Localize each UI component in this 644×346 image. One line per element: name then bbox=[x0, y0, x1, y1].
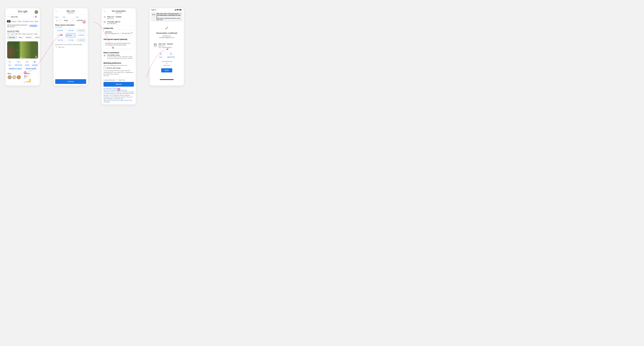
time-slot[interactable]: 7:15 PM bbox=[66, 38, 76, 42]
choose-label: Please choose a time below: bbox=[54, 24, 88, 26]
contact-section: Contact Info John Doe johndoe12@gmail.co… bbox=[102, 26, 136, 37]
contact-box[interactable]: John Doe johndoe12@gmail.com + 1 458-849… bbox=[104, 30, 134, 35]
page-title: Olio e Più bbox=[54, 10, 88, 12]
tab-maps[interactable]: Maps bbox=[35, 20, 38, 22]
time-slot[interactable]: 7:00 PM bbox=[55, 38, 65, 42]
expand-icon[interactable] bbox=[35, 56, 37, 58]
status-time: 5:27 bbox=[152, 9, 156, 11]
continue-button[interactable]: Continue bbox=[55, 79, 86, 84]
phone-time-picker: ← Olio e Più Restaurant Party 2▼ Date To… bbox=[54, 8, 88, 85]
action-row: CALL DIRECTIONS SHARE WEBSITE bbox=[6, 58, 40, 67]
date-label: Date bbox=[63, 16, 75, 18]
tab-videos[interactable]: Videos bbox=[17, 20, 22, 22]
svg-rect-2 bbox=[33, 16, 34, 17]
menu-thumbs bbox=[8, 75, 21, 79]
see-more-link[interactable]: See more bbox=[104, 75, 109, 76]
tab-all[interactable]: All bbox=[7, 20, 11, 22]
time-slot[interactable]: 6:15 PM bbox=[55, 33, 65, 37]
carousel-prev-icon[interactable]: ‹ bbox=[16, 49, 17, 51]
category-label: OUTDOOR bbox=[54, 26, 88, 28]
special-request-input[interactable]: Please enter any special requests (note … bbox=[104, 41, 134, 49]
business-name: OLIO E PIÙ bbox=[7, 30, 38, 33]
tab-shopping[interactable]: Shopping bbox=[23, 20, 29, 22]
partner-logo-icon bbox=[166, 63, 168, 64]
google-privacy-link[interactable]: Google's Privacy Policy bbox=[119, 100, 132, 101]
time-slot[interactable]: 6:30 PM bbox=[66, 33, 76, 37]
hero-carousel[interactable]: ‹ › bbox=[7, 41, 38, 58]
overflow-icon[interactable]: ⋮ bbox=[36, 30, 38, 33]
generate-button[interactable]: Generate bbox=[29, 24, 38, 27]
tt-privacy-link[interactable]: Table Time's Privacy Policy bbox=[104, 100, 118, 101]
party-select[interactable]: 2▼ bbox=[55, 18, 62, 22]
chevron-right-icon: › bbox=[21, 73, 21, 75]
svg-rect-12 bbox=[104, 21, 106, 23]
status-bar: 5:27 bbox=[150, 8, 184, 11]
reviews-link[interactable]: (6K) bbox=[11, 33, 14, 35]
chip-menu[interactable]: Menu bbox=[17, 36, 24, 39]
search-icon bbox=[9, 16, 10, 18]
svg-line-1 bbox=[10, 17, 10, 17]
status-icons bbox=[174, 9, 182, 11]
carousel-next-icon[interactable]: › bbox=[28, 49, 29, 51]
tab-news[interactable]: News bbox=[30, 20, 34, 22]
time-slot: 7:30 PM bbox=[76, 38, 86, 42]
time-grid: 5:30 PM5:45 PM6:00 PM6:15 PM6:30 PM6:45 … bbox=[54, 28, 88, 42]
tab-images[interactable]: Images bbox=[12, 20, 16, 22]
ai-overview-text: Get an AI-powered overview for this sear… bbox=[7, 24, 28, 27]
email-address: johndoe12@gmail.com bbox=[159, 37, 174, 38]
avatar[interactable] bbox=[34, 10, 38, 14]
marketing-checkbox-row[interactable]: Reserve with Google bbox=[104, 66, 134, 70]
flow-arrows bbox=[6, 8, 638, 104]
chip-overview[interactable]: Overview bbox=[7, 36, 17, 39]
website-button[interactable]: WEBSITE bbox=[32, 60, 38, 66]
svg-point-29 bbox=[166, 63, 166, 63]
rating-histogram bbox=[24, 79, 38, 82]
back-icon[interactable]: ← bbox=[103, 10, 106, 13]
share-button[interactable]: SHARE bbox=[25, 60, 30, 66]
back-icon[interactable]: ← bbox=[55, 10, 58, 13]
party-label: Party bbox=[55, 16, 62, 18]
reserve-button[interactable]: Reserve bbox=[104, 82, 134, 87]
selector-row: Party 2▼ Date Today▼ Time 6:30 PM▼ bbox=[54, 15, 88, 24]
party-icon bbox=[104, 16, 106, 18]
time-slot[interactable]: 6:45 PM bbox=[76, 33, 86, 37]
mic-icon[interactable] bbox=[33, 16, 34, 18]
svg-rect-21 bbox=[175, 10, 175, 10]
calendar-icon bbox=[104, 21, 106, 23]
date-select[interactable]: Today▼ bbox=[63, 18, 75, 22]
chip-photos[interactable]: Photos bbox=[34, 36, 40, 39]
email-sent-label: Email sent to bbox=[162, 35, 171, 37]
directions-button[interactable]: DIRECTIONS bbox=[167, 52, 175, 58]
reservation-header: ← Your reservation Olio e Più bbox=[102, 8, 136, 14]
rwg-tos-link[interactable]: Reserve with Google Terms of Service bbox=[104, 89, 125, 91]
time-slot[interactable]: 5:45 PM bbox=[66, 28, 76, 32]
cta-row: RESERVE A TABLE ORDER ONLINE bbox=[6, 67, 40, 72]
page-subtitle: Olio e Più bbox=[102, 12, 136, 14]
svg-rect-23 bbox=[176, 9, 176, 10]
search-input[interactable] bbox=[11, 16, 32, 18]
order-online-button[interactable]: ORDER ONLINE bbox=[24, 67, 38, 70]
directions-button[interactable]: DIRECTIONS bbox=[15, 60, 22, 66]
search-tabs: All Images Videos Shopping News Maps bbox=[6, 20, 40, 23]
page-subtitle: Restaurant bbox=[54, 12, 88, 14]
search-bar[interactable] bbox=[7, 14, 38, 19]
business-meta: 4.6 ★ (6K) · $50–100 · Italian restauran… bbox=[7, 33, 38, 35]
special-request-section: Add special request (optional) Please en… bbox=[102, 37, 136, 50]
svg-rect-25 bbox=[180, 9, 181, 10]
call-button[interactable]: CALL bbox=[8, 60, 12, 66]
done-button[interactable]: Done bbox=[161, 68, 172, 72]
call-button[interactable]: CALL bbox=[158, 52, 163, 58]
wifi-icon bbox=[177, 9, 179, 10]
reserve-table-button[interactable]: RESERVE A TABLE bbox=[8, 67, 23, 70]
conf-action-row: CALL DIRECTIONS bbox=[150, 51, 184, 60]
summary-section: Party of 2 · OutdoorOlio e Più Thursday,… bbox=[102, 14, 136, 26]
notification-banner[interactable]: Table Time | Olio e Più Reservationsnow … bbox=[151, 12, 183, 22]
checkbox-icon[interactable] bbox=[104, 67, 106, 69]
time-slot[interactable]: 5:30 PM bbox=[55, 28, 65, 32]
chip-reviews[interactable]: Reviews bbox=[24, 36, 33, 39]
time-select[interactable]: 6:30 PM▼ bbox=[76, 18, 86, 22]
reviews-card[interactable]: › Reviews 4.6 ★ (6K) 12345 bbox=[23, 72, 39, 84]
menu-card[interactable]: › Menu bbox=[6, 72, 22, 84]
tt-tos-link[interactable]: Table Time's Terms of Use bbox=[104, 91, 118, 93]
lens-icon[interactable] bbox=[35, 16, 36, 18]
